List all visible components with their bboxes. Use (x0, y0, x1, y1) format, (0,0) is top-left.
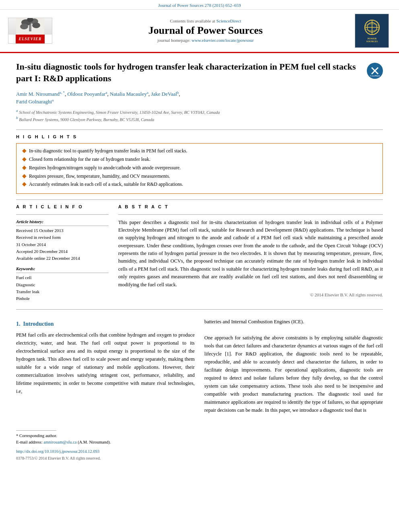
author-2-name: Oldooz Pooyanfar (67, 91, 105, 97)
highlight-item-5: ◆ Accurately estimates leak in each cell… (22, 181, 377, 188)
journal-logo-inner: POWER SOURCES (356, 14, 388, 47)
history-item-1: Received 15 October 2013 (16, 228, 109, 234)
author-4-name: Jake DeVaal (151, 91, 177, 97)
journal-logo-area: POWER SOURCES (355, 14, 391, 48)
history-item-4: Accepted 20 December 2014 (16, 249, 109, 255)
keyword-2: Diagnostic (16, 282, 109, 288)
highlights-title: H I G H L I G H T S (16, 134, 383, 140)
highlight-item-2: ◆ Closed form relationship for the rate … (22, 156, 377, 163)
abstract-text: This paper describes a diagnostic tool f… (118, 219, 383, 289)
history-item-3: 31 October 2014 (16, 242, 109, 248)
history-item-5: Available online 22 December 2014 (16, 255, 109, 261)
svg-point-5 (20, 24, 28, 29)
section1-heading: 1. Introduction (16, 320, 195, 328)
footer-area: * Corresponding author. E-mail address: … (0, 430, 399, 461)
author-3-name: Natalia Macauley (110, 91, 147, 97)
article-title: In-situ diagnostic tools for hydrogen tr… (16, 61, 363, 84)
doi-anchor[interactable]: http://dx.doi.org/10.1016/j.jpowsour.201… (16, 449, 99, 454)
abstract-title: A B S T R A C T (118, 204, 383, 210)
divider-5 (16, 309, 383, 310)
body-col-right: batteries and Internal Combustion Engine… (204, 318, 383, 418)
highlight-bullet-3: ◆ (22, 164, 27, 171)
highlight-bullet-4: ◆ (22, 173, 27, 180)
body-section: 1. Introduction PEM fuel cells are elect… (16, 314, 383, 418)
email-line: E-mail address: amnirouam@sfu.ca (A.M. N… (16, 440, 383, 446)
svg-point-6 (32, 23, 40, 28)
email-link[interactable]: amnirouam@sfu.ca (43, 440, 76, 444)
authors-line: Amir M. Niroumanda, *, Oldooz Pooyanfara… (16, 90, 383, 106)
highlight-item-1: ◆ In-situ diagnostic tool to quantify hy… (22, 148, 377, 154)
sciencedirect-link[interactable]: ScienceDirect (216, 18, 241, 23)
keyword-1: Fuel cell (16, 275, 109, 281)
highlight-bullet-5: ◆ (22, 181, 27, 188)
divider-1 (16, 129, 383, 130)
svg-text:CrossMark: CrossMark (370, 75, 380, 77)
journal-logo-box: POWER SOURCES (355, 14, 389, 48)
highlights-box: ◆ In-situ diagnostic tool to quantify hy… (16, 143, 383, 194)
issn-line: 0378-7753/© 2014 Elsevier B.V. All right… (16, 456, 383, 461)
article-info-col: A R T I C L E I N F O Article history: R… (16, 204, 109, 303)
doi-link: http://dx.doi.org/10.1016/j.jpowsour.201… (16, 449, 383, 455)
body-col1-text: PEM fuel cells are electrochemical cells… (16, 331, 195, 395)
highlight-bullet-1: ◆ (22, 148, 27, 154)
highlight-item-3: ◆ Requires hydrogen/nitrogen supply to a… (22, 164, 377, 171)
keyword-4: Pinhole (16, 296, 109, 302)
highlights-section: H I G H L I G H T S ◆ In-situ diagnostic… (16, 134, 383, 194)
elsevier-logo-box: ELSEVIER (8, 18, 52, 44)
affiliations: a School of Mechatronic Systems Engineer… (16, 108, 383, 123)
journal-citation-bar: Journal of Power Sources 278 (2015) 652–… (0, 0, 399, 10)
crossmark-badge: CrossMark (367, 63, 383, 79)
elsevier-logo-area: ELSEVIER (8, 18, 56, 44)
abstract-col: A B S T R A C T This paper describes a d… (118, 204, 383, 303)
divider-3 (16, 214, 109, 215)
highlight-item-4: ◆ Requires pressure, flow, temperature, … (22, 173, 377, 180)
sciencedirect-label: Contents lists available at ScienceDirec… (60, 18, 351, 24)
elsevier-label: ELSEVIER (16, 35, 45, 43)
author-5-name: Farid Golnaraghi (16, 99, 52, 105)
keyword-3: Transfer leak (16, 289, 109, 295)
svg-text:POWER: POWER (367, 37, 376, 40)
journal-header: ELSEVIER Contents lists available at Sci… (0, 10, 399, 53)
article-history-title: Article history: (16, 219, 109, 226)
homepage-link[interactable]: www.elsevier.com/locate/jpowsour (191, 38, 253, 43)
highlight-bullet-2: ◆ (22, 156, 27, 163)
divider-4 (118, 214, 383, 215)
journal-title: Journal of Power Sources (60, 24, 351, 37)
body-col-left: 1. Introduction PEM fuel cells are elect… (16, 318, 195, 418)
homepage-label: journal homepage: www.elsevier.com/locat… (60, 37, 351, 43)
history-item-2: Received in revised form (16, 234, 109, 240)
body-col2-text: batteries and Internal Combustion Engine… (204, 318, 383, 414)
main-content: In-situ diagnostic tools for hydrogen tr… (0, 53, 399, 426)
keywords-title: Keywords: (16, 266, 109, 273)
author-1-name: Amir M. Niroumand (16, 91, 60, 97)
journal-citation: Journal of Power Sources 278 (2015) 652–… (158, 3, 241, 8)
journal-center-info: Contents lists available at ScienceDirec… (60, 18, 351, 44)
article-title-area: In-situ diagnostic tools for hydrogen tr… (16, 61, 383, 84)
footnote-divider (16, 430, 56, 431)
article-info-title: A R T I C L E I N F O (16, 204, 109, 210)
corresponding-author-label: * Corresponding author. (16, 433, 383, 439)
article-info-abstract-section: A R T I C L E I N F O Article history: R… (16, 204, 383, 303)
copyright-line: © 2014 Elsevier B.V. All rights reserved… (118, 292, 383, 298)
elsevier-tree-icon (8, 18, 52, 35)
divider-2 (16, 199, 383, 200)
svg-text:SOURCES: SOURCES (366, 40, 378, 43)
